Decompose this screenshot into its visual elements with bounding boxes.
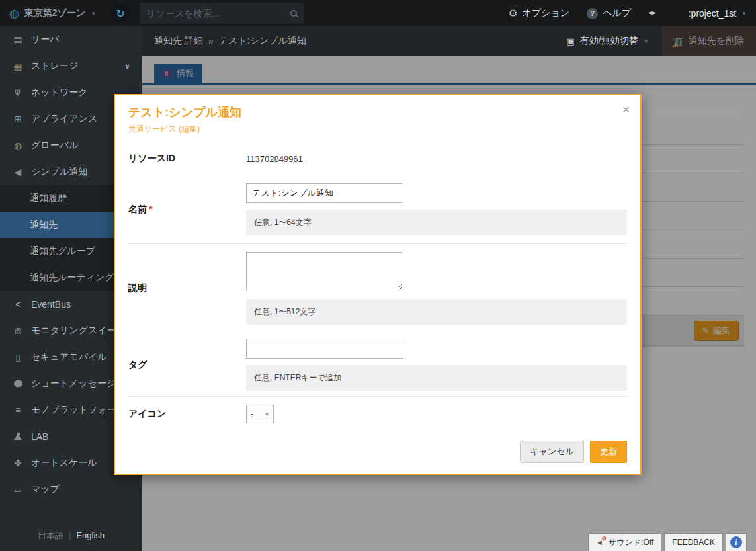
language-japanese[interactable]: 日本語 (38, 530, 63, 540)
zone-label: 東京第2ゾーン (24, 7, 85, 19)
sidebar-item-label: モノプラットフォーム (31, 404, 126, 416)
toggle-icon: ▣ (567, 36, 575, 46)
resource-id-value: 113702849961 (246, 154, 303, 164)
help-button[interactable]: ? ヘルプ (587, 7, 631, 19)
sidebar-item-label: セキュアモバイル (31, 351, 107, 363)
sidebar-item-label: 通知先ルーティング (30, 272, 114, 284)
tag-input[interactable] (246, 339, 403, 359)
name-help-text: 任意, 1〜64文字 (246, 210, 627, 235)
tag-label: タグ (128, 359, 246, 371)
search-input[interactable] (146, 8, 290, 19)
sidebar-item-label: グローバル (31, 140, 78, 151)
flask-icon (12, 431, 24, 442)
network-icon: ⋔ (12, 87, 24, 98)
sidebar-item-map[interactable]: ▱ マップ (0, 476, 142, 503)
enable-disable-toggle-button[interactable]: ▣ 有効/無効切替 ▼ (567, 35, 649, 47)
info-button[interactable]: i (726, 533, 747, 551)
appliance-icon: ⊞ (12, 114, 24, 124)
autoscale-icon: ✥ (12, 458, 24, 468)
globe-zone-icon: ◍ (9, 8, 19, 19)
chevron-down-icon: ∨ (124, 62, 130, 71)
search-box (140, 3, 304, 24)
project-selector[interactable]: :project_1st ▼ (689, 8, 747, 19)
topbar: ◍ 東京第2ゾーン ▼ ↻ ⚙ オプション ? ヘルプ ✒ :project_1… (0, 0, 756, 26)
breadcrumb-actions: ▣ 有効/無効切替 ▼ ▥⚠ 通知先を削除 (567, 26, 756, 56)
icon-label: アイコン (128, 408, 246, 420)
sidebar-item-label: ネットワーク (31, 87, 88, 99)
chevron-down-icon: ▼ (644, 38, 649, 44)
feedback-button[interactable]: FEEDBACK (664, 533, 723, 551)
chevron-down-icon: ▼ (91, 11, 96, 17)
name-label: 名前* (128, 204, 246, 216)
megaphone-icon: ◀ (12, 167, 24, 177)
binoculars-icon: ⋒ (12, 325, 24, 336)
name-row: 名前* 任意, 1〜64文字 (128, 175, 627, 244)
feather-icon[interactable]: ✒ (648, 7, 657, 19)
close-icon[interactable]: × (622, 103, 630, 116)
sidebar-item-label: EventBus (31, 299, 71, 310)
edit-notification-modal: × テスト:シンプル通知 共通サービス (編集) リソースID 11370284… (114, 94, 642, 475)
storage-icon: ▦ (12, 61, 24, 71)
description-label: 説明 (128, 282, 246, 294)
delete-label: 通知先を削除 (689, 35, 744, 47)
sidebar-item-label: 通知先 (30, 219, 58, 231)
info-icon: i (730, 536, 742, 548)
update-button[interactable]: 更新 (590, 441, 627, 463)
modal-header: テスト:シンプル通知 共通サービス (編集) (128, 95, 627, 143)
resource-id-label: リソースID (128, 153, 246, 165)
resource-id-row: リソースID 113702849961 (128, 143, 627, 175)
feedback-label: FEEDBACK (672, 538, 715, 547)
zone-selector[interactable]: ◍ 東京第2ゾーン ▼ (9, 7, 96, 19)
breadcrumb-separator: » (208, 36, 214, 46)
toggle-label: 有効/無効切替 (580, 35, 638, 47)
breadcrumb-section[interactable]: 通知先 詳細 (154, 35, 203, 47)
help-label: ヘルプ (603, 7, 631, 19)
platform-icon: ≡ (12, 405, 24, 415)
required-asterisk: * (149, 204, 152, 214)
sidebar-item-storage[interactable]: ▦ ストレージ ∨ (0, 53, 142, 79)
icon-select[interactable]: - ▼ (246, 405, 274, 423)
question-circle-icon: ? (587, 8, 598, 19)
sidebar-item-label: アプライアンス (31, 113, 97, 125)
delete-destination-button[interactable]: ▥⚠ 通知先を削除 (662, 26, 756, 56)
description-help-text: 任意, 1〜512文字 (246, 299, 627, 325)
speech-bubble-icon (12, 378, 24, 389)
delete-warning-icon: ▥⚠ (674, 36, 684, 46)
sidebar-item-label: 通知履歴 (30, 192, 67, 204)
chevron-down-icon: ▼ (741, 11, 747, 17)
search-icon (290, 10, 297, 17)
sidebar-item-label: ストレージ (31, 60, 78, 72)
app-root: ◍ 東京第2ゾーン ▼ ↻ ⚙ オプション ? ヘルプ ✒ :project_1… (0, 0, 756, 551)
breadcrumb-current: テスト:シンプル通知 (219, 35, 306, 47)
language-english[interactable]: English (76, 530, 105, 540)
name-input[interactable] (246, 183, 403, 203)
icon-row: アイコン - ▼ (128, 397, 627, 431)
icon-select-value: - (251, 409, 253, 419)
sidebar-item-label: サーバ (31, 34, 60, 46)
modal-title: テスト:シンプル通知 (128, 105, 627, 120)
cancel-button[interactable]: キャンセル (520, 441, 584, 463)
tag-help-text: 任意, ENTERキーで追加 (246, 365, 627, 391)
sound-label: サウンド:Off (609, 537, 653, 548)
sound-toggle-button[interactable]: ◄⊘ サウンド:Off (588, 533, 661, 551)
modal-subtitle: 共通サービス (編集) (128, 124, 627, 135)
options-label: オプション (523, 7, 570, 19)
gear-icon: ⚙ (509, 7, 517, 19)
language-switcher: 日本語|English (0, 530, 142, 542)
description-row: 説明 任意, 1〜512文字 (128, 244, 627, 333)
speaker-muted-icon: ◄⊘ (596, 538, 605, 547)
options-button[interactable]: ⚙ オプション (509, 7, 569, 19)
sidebar-item-server[interactable]: ▤ サーバ (0, 26, 142, 53)
sidebar-item-label: オートスケール (31, 457, 97, 469)
sidebar-item-label: シンプル通知 (31, 166, 87, 178)
description-textarea[interactable] (246, 252, 403, 290)
map-icon: ▱ (12, 484, 24, 495)
tag-row: タグ 任意, ENTERキーで追加 (128, 333, 627, 397)
project-label: :project_1st (689, 8, 736, 19)
language-separator: | (69, 530, 71, 540)
utility-buttons: ◄⊘ サウンド:Off FEEDBACK i (588, 533, 747, 551)
breadcrumb-bar: 通知先 詳細 » テスト:シンプル通知 ▣ 有効/無効切替 ▼ ▥⚠ 通知先を削… (142, 26, 756, 56)
refresh-button[interactable]: ↻ (110, 3, 130, 23)
modal-footer: キャンセル 更新 (128, 431, 627, 474)
server-icon: ▤ (12, 34, 24, 45)
